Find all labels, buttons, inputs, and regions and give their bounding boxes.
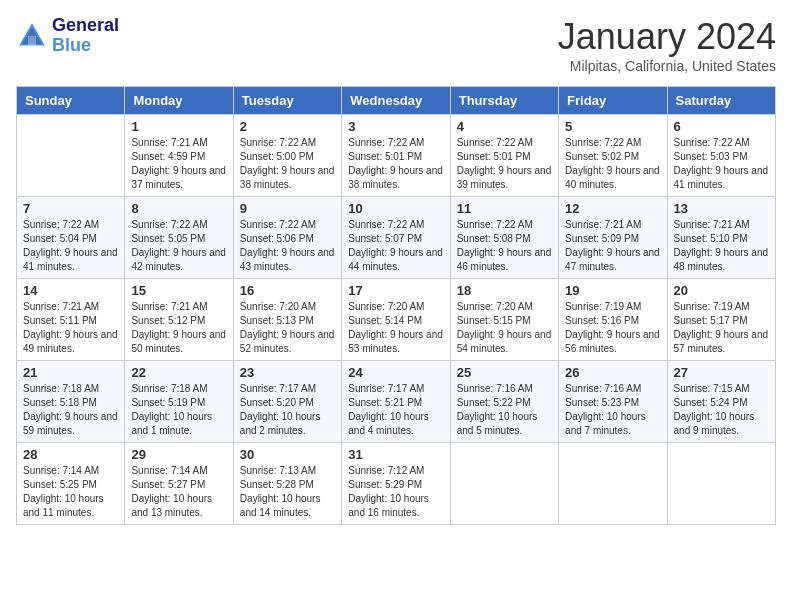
logo: General Blue [16,16,119,56]
day-info: Sunrise: 7:21 AM Sunset: 5:11 PM Dayligh… [23,300,118,356]
page-header: General Blue January 2024 Milpitas, Cali… [16,16,776,74]
day-number: 29 [131,447,226,462]
day-info: Sunrise: 7:19 AM Sunset: 5:17 PM Dayligh… [674,300,769,356]
calendar-cell: 27Sunrise: 7:15 AM Sunset: 5:24 PM Dayli… [667,361,775,443]
weekday-header: Saturday [667,87,775,115]
day-number: 16 [240,283,335,298]
day-info: Sunrise: 7:16 AM Sunset: 5:22 PM Dayligh… [457,382,552,438]
calendar-cell: 23Sunrise: 7:17 AM Sunset: 5:20 PM Dayli… [233,361,341,443]
day-number: 31 [348,447,443,462]
calendar-cell: 31Sunrise: 7:12 AM Sunset: 5:29 PM Dayli… [342,443,450,525]
calendar-week-row: 21Sunrise: 7:18 AM Sunset: 5:18 PM Dayli… [17,361,776,443]
day-info: Sunrise: 7:22 AM Sunset: 5:06 PM Dayligh… [240,218,335,274]
day-number: 10 [348,201,443,216]
svg-rect-2 [28,36,36,46]
day-number: 1 [131,119,226,134]
day-info: Sunrise: 7:21 AM Sunset: 5:09 PM Dayligh… [565,218,660,274]
day-number: 8 [131,201,226,216]
calendar-cell: 13Sunrise: 7:21 AM Sunset: 5:10 PM Dayli… [667,197,775,279]
calendar-cell: 10Sunrise: 7:22 AM Sunset: 5:07 PM Dayli… [342,197,450,279]
calendar-cell: 18Sunrise: 7:20 AM Sunset: 5:15 PM Dayli… [450,279,558,361]
calendar-cell: 30Sunrise: 7:13 AM Sunset: 5:28 PM Dayli… [233,443,341,525]
calendar-week-row: 1Sunrise: 7:21 AM Sunset: 4:59 PM Daylig… [17,115,776,197]
day-number: 24 [348,365,443,380]
day-info: Sunrise: 7:12 AM Sunset: 5:29 PM Dayligh… [348,464,443,520]
day-info: Sunrise: 7:21 AM Sunset: 5:12 PM Dayligh… [131,300,226,356]
calendar-cell: 25Sunrise: 7:16 AM Sunset: 5:22 PM Dayli… [450,361,558,443]
day-info: Sunrise: 7:22 AM Sunset: 5:03 PM Dayligh… [674,136,769,192]
calendar-cell: 22Sunrise: 7:18 AM Sunset: 5:19 PM Dayli… [125,361,233,443]
day-number: 26 [565,365,660,380]
calendar-cell: 4Sunrise: 7:22 AM Sunset: 5:01 PM Daylig… [450,115,558,197]
day-number: 12 [565,201,660,216]
calendar-cell: 15Sunrise: 7:21 AM Sunset: 5:12 PM Dayli… [125,279,233,361]
calendar-cell [667,443,775,525]
day-info: Sunrise: 7:15 AM Sunset: 5:24 PM Dayligh… [674,382,769,438]
day-number: 21 [23,365,118,380]
weekday-header: Monday [125,87,233,115]
weekday-header: Wednesday [342,87,450,115]
day-number: 27 [674,365,769,380]
day-info: Sunrise: 7:22 AM Sunset: 5:08 PM Dayligh… [457,218,552,274]
day-number: 13 [674,201,769,216]
day-number: 17 [348,283,443,298]
calendar-cell: 9Sunrise: 7:22 AM Sunset: 5:06 PM Daylig… [233,197,341,279]
day-info: Sunrise: 7:21 AM Sunset: 4:59 PM Dayligh… [131,136,226,192]
calendar-cell: 2Sunrise: 7:22 AM Sunset: 5:00 PM Daylig… [233,115,341,197]
weekday-header: Tuesday [233,87,341,115]
day-info: Sunrise: 7:17 AM Sunset: 5:21 PM Dayligh… [348,382,443,438]
calendar-cell [450,443,558,525]
logo-icon [16,20,48,52]
day-info: Sunrise: 7:18 AM Sunset: 5:18 PM Dayligh… [23,382,118,438]
calendar-cell [17,115,125,197]
day-info: Sunrise: 7:22 AM Sunset: 5:07 PM Dayligh… [348,218,443,274]
day-number: 23 [240,365,335,380]
weekday-header: Thursday [450,87,558,115]
day-info: Sunrise: 7:20 AM Sunset: 5:14 PM Dayligh… [348,300,443,356]
day-number: 2 [240,119,335,134]
calendar-cell: 29Sunrise: 7:14 AM Sunset: 5:27 PM Dayli… [125,443,233,525]
calendar-cell: 14Sunrise: 7:21 AM Sunset: 5:11 PM Dayli… [17,279,125,361]
day-number: 25 [457,365,552,380]
calendar-cell: 6Sunrise: 7:22 AM Sunset: 5:03 PM Daylig… [667,115,775,197]
calendar-week-row: 14Sunrise: 7:21 AM Sunset: 5:11 PM Dayli… [17,279,776,361]
day-number: 4 [457,119,552,134]
day-number: 7 [23,201,118,216]
day-info: Sunrise: 7:22 AM Sunset: 5:01 PM Dayligh… [348,136,443,192]
day-number: 3 [348,119,443,134]
day-number: 19 [565,283,660,298]
day-info: Sunrise: 7:16 AM Sunset: 5:23 PM Dayligh… [565,382,660,438]
calendar-cell: 11Sunrise: 7:22 AM Sunset: 5:08 PM Dayli… [450,197,558,279]
calendar-cell: 26Sunrise: 7:16 AM Sunset: 5:23 PM Dayli… [559,361,667,443]
title-block: January 2024 Milpitas, California, Unite… [558,16,776,74]
calendar-table: SundayMondayTuesdayWednesdayThursdayFrid… [16,86,776,525]
logo-text: General Blue [52,16,119,56]
day-info: Sunrise: 7:13 AM Sunset: 5:28 PM Dayligh… [240,464,335,520]
weekday-header-row: SundayMondayTuesdayWednesdayThursdayFrid… [17,87,776,115]
calendar-week-row: 7Sunrise: 7:22 AM Sunset: 5:04 PM Daylig… [17,197,776,279]
weekday-header: Sunday [17,87,125,115]
month-title: January 2024 [558,16,776,58]
calendar-cell: 20Sunrise: 7:19 AM Sunset: 5:17 PM Dayli… [667,279,775,361]
day-info: Sunrise: 7:22 AM Sunset: 5:01 PM Dayligh… [457,136,552,192]
day-info: Sunrise: 7:20 AM Sunset: 5:13 PM Dayligh… [240,300,335,356]
calendar-cell: 12Sunrise: 7:21 AM Sunset: 5:09 PM Dayli… [559,197,667,279]
day-number: 22 [131,365,226,380]
day-number: 9 [240,201,335,216]
calendar-cell: 8Sunrise: 7:22 AM Sunset: 5:05 PM Daylig… [125,197,233,279]
day-info: Sunrise: 7:22 AM Sunset: 5:04 PM Dayligh… [23,218,118,274]
day-number: 20 [674,283,769,298]
calendar-cell: 3Sunrise: 7:22 AM Sunset: 5:01 PM Daylig… [342,115,450,197]
calendar-cell: 7Sunrise: 7:22 AM Sunset: 5:04 PM Daylig… [17,197,125,279]
day-number: 30 [240,447,335,462]
calendar-cell: 28Sunrise: 7:14 AM Sunset: 5:25 PM Dayli… [17,443,125,525]
day-info: Sunrise: 7:22 AM Sunset: 5:02 PM Dayligh… [565,136,660,192]
day-number: 18 [457,283,552,298]
day-number: 14 [23,283,118,298]
location: Milpitas, California, United States [558,58,776,74]
day-info: Sunrise: 7:17 AM Sunset: 5:20 PM Dayligh… [240,382,335,438]
calendar-cell: 5Sunrise: 7:22 AM Sunset: 5:02 PM Daylig… [559,115,667,197]
calendar-cell: 16Sunrise: 7:20 AM Sunset: 5:13 PM Dayli… [233,279,341,361]
calendar-week-row: 28Sunrise: 7:14 AM Sunset: 5:25 PM Dayli… [17,443,776,525]
day-info: Sunrise: 7:22 AM Sunset: 5:05 PM Dayligh… [131,218,226,274]
